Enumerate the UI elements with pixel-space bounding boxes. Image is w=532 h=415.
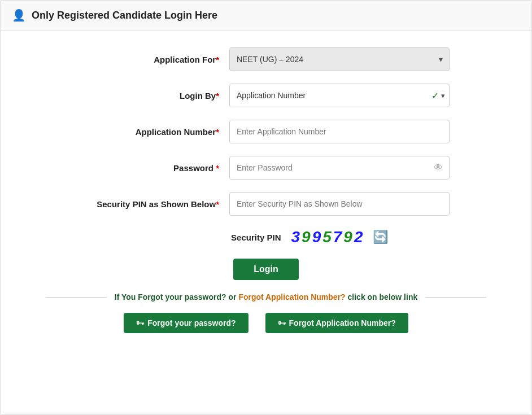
pin-char-1: 3 xyxy=(291,228,302,246)
login-form: Application For* NEET (UG) – 2024 ▾ Logi… xyxy=(1,30,531,356)
application-for-label: Application For* xyxy=(82,55,229,64)
forgot-divider-row: If You Forgot your password? or Forgot A… xyxy=(46,292,486,302)
login-button-row: Login xyxy=(23,259,509,280)
forgot-application-label: Forgot Application Number? xyxy=(289,318,396,327)
forgot-application-text: Forgot Application Number? xyxy=(238,292,345,302)
key-icon-2: 🗝 xyxy=(278,318,286,327)
required-marker-3: * xyxy=(216,127,219,137)
forgot-buttons-row: 🗝 Forgot your password? 🗝 Forgot Applica… xyxy=(23,313,509,333)
pin-char-4: 5 xyxy=(322,228,333,246)
application-for-select[interactable]: NEET (UG) – 2024 xyxy=(229,47,450,71)
pin-char-5: 7 xyxy=(333,228,344,246)
security-pin-display-label: Security PIN xyxy=(144,233,291,242)
login-by-label: Login By* xyxy=(82,91,229,101)
security-pin-label: Security PIN as Shown Below* xyxy=(82,199,229,209)
security-pin-input[interactable] xyxy=(229,192,450,216)
application-number-label: Application Number* xyxy=(82,127,229,137)
eye-icon[interactable]: 👁 xyxy=(434,163,443,173)
pin-char-2: 9 xyxy=(302,228,312,246)
forgot-password-button[interactable]: 🗝 Forgot your password? xyxy=(124,313,248,333)
required-marker-2: * xyxy=(216,91,219,101)
security-pin-input-row: Security PIN as Shown Below* xyxy=(23,192,509,216)
application-number-input[interactable] xyxy=(229,120,450,143)
application-for-row: Application For* NEET (UG) – 2024 ▾ xyxy=(23,47,509,71)
password-row: Password * 👁 xyxy=(23,156,509,180)
pin-char-7: 2 xyxy=(354,228,365,246)
security-pin-value: 3995792 xyxy=(291,228,364,246)
key-icon-1: 🗝 xyxy=(136,318,144,327)
password-label: Password * xyxy=(82,163,229,173)
login-by-row: Login By* Application Number ✓ ▾ xyxy=(23,84,509,107)
login-by-wrapper: Application Number ✓ ▾ xyxy=(229,84,450,107)
divider-left xyxy=(46,297,107,298)
page-header: 👤 Only Registered Candidate Login Here xyxy=(1,1,531,30)
password-wrapper: 👁 xyxy=(229,156,450,180)
login-button[interactable]: Login xyxy=(233,259,299,280)
forgot-text: If You Forgot your password? or Forgot A… xyxy=(115,292,417,302)
login-by-select[interactable]: Application Number xyxy=(229,84,450,107)
required-marker-4: * xyxy=(216,163,219,173)
refresh-icon[interactable]: 🔄 xyxy=(373,230,388,244)
security-pin-display: 3995792 🔄 xyxy=(291,228,387,246)
pin-char-3: 9 xyxy=(312,228,323,246)
security-pin-display-row: Security PIN 3995792 🔄 xyxy=(23,228,509,246)
application-for-wrapper: NEET (UG) – 2024 ▾ xyxy=(229,47,450,71)
application-number-row: Application Number* xyxy=(23,120,509,143)
forgot-password-label: Forgot your password? xyxy=(147,318,236,327)
required-marker: * xyxy=(216,55,219,64)
required-marker-5: * xyxy=(216,199,219,209)
forgot-application-button[interactable]: 🗝 Forgot Application Number? xyxy=(265,313,408,333)
user-icon: 👤 xyxy=(12,8,26,22)
password-input[interactable] xyxy=(229,156,450,180)
divider-right xyxy=(425,297,486,298)
page-title: Only Registered Candidate Login Here xyxy=(32,10,217,21)
pin-char-6: 9 xyxy=(343,228,354,246)
